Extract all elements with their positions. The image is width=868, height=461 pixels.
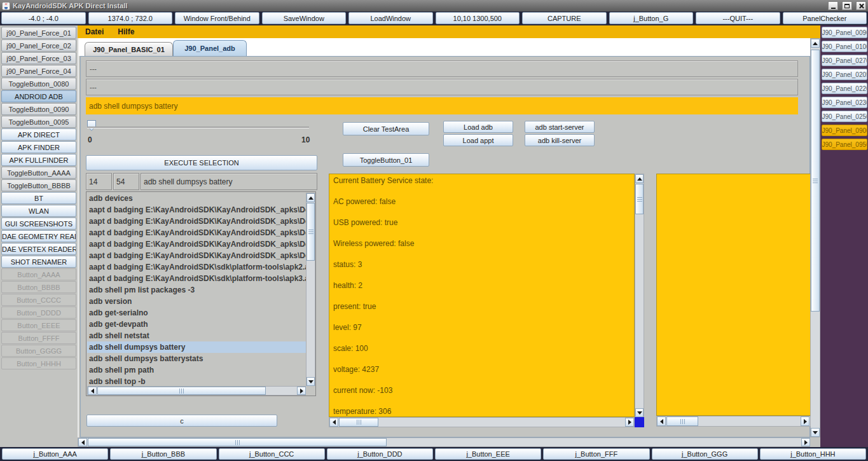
left-sidebar-button[interactable]: Button_CCCC	[1, 294, 76, 306]
left-sidebar-button[interactable]: ToggleButton_BBBB	[1, 179, 76, 191]
left-sidebar-button[interactable]: ANDROID ADB	[1, 90, 76, 102]
left-sidebar-button[interactable]: Button_AAAA	[1, 268, 76, 280]
scroll-right-button[interactable]	[297, 387, 306, 395]
tab-j90-panel-adb[interactable]: J90_Panel_adb	[173, 40, 247, 56]
scrollbar-thumb[interactable]	[635, 184, 644, 214]
scroll-left-button[interactable]	[657, 416, 666, 426]
command-list-item[interactable]: aapt d badging E:\KayAndroidSDK\KayAndro…	[87, 216, 306, 227]
left-sidebar-button[interactable]: APK DIRECT	[1, 128, 76, 141]
load-adb-button[interactable]: Load adb	[443, 121, 513, 133]
left-sidebar-button[interactable]: ToggleButton_0090	[1, 103, 76, 115]
command-list-item[interactable]: adb devices	[87, 193, 306, 204]
command-banner-field[interactable]: adb shell dumpsys battery	[86, 97, 798, 114]
command-list-item[interactable]: aapt d badging E:\KayAndroidSDK\KayAndro…	[87, 227, 306, 238]
menu-item[interactable]: Hilfe	[118, 27, 134, 36]
right-pane-horizontal-scrollbar[interactable]	[656, 416, 811, 427]
left-sidebar-button[interactable]: j90_Panel_Force_04	[1, 65, 76, 77]
left-sidebar-button[interactable]: SHOT RENAMER	[1, 256, 76, 268]
scrollbar-thumb[interactable]	[307, 203, 315, 261]
battery-output-textarea[interactable]: Current Battery Service state:AC powered…	[329, 174, 635, 417]
left-sidebar-button[interactable]: j90_Panel_Force_03	[1, 52, 76, 64]
tab-j90-panel-basic-01[interactable]: J90_Panel_BASIC_01	[85, 42, 173, 56]
scroll-down-button[interactable]	[811, 428, 820, 437]
left-sidebar-button[interactable]: ToggleButton_0080	[1, 78, 76, 90]
scroll-right-button[interactable]	[625, 418, 634, 427]
left-sidebar-button[interactable]: Button_BBBB	[1, 281, 76, 293]
scroll-down-button[interactable]	[307, 377, 315, 386]
left-sidebar-button[interactable]: ToggleButton_0095	[1, 116, 76, 128]
left-sidebar-button[interactable]: Button_FFFF	[1, 332, 76, 344]
main-horizontal-scrollbar[interactable]	[78, 437, 810, 447]
toolbar-button[interactable]: CAPTURE	[522, 12, 607, 24]
status-field-a[interactable]: ---	[86, 60, 798, 77]
selection-command-field[interactable]: adb shell dumpsys battery	[141, 173, 317, 190]
toolbar-button[interactable]: SaveWindow	[262, 12, 347, 24]
scroll-up-button[interactable]	[811, 39, 820, 48]
command-list-horizontal-scrollbar[interactable]	[87, 386, 306, 396]
command-list-item[interactable]: aapt d badging E:\KayAndroidSDK\KayAndro…	[87, 204, 306, 216]
right-sidebar-button[interactable]: J90_Panel_0950	[822, 139, 867, 150]
command-list-item[interactable]: aapt d badging E:\KayAndroidSDK\KayAndro…	[87, 238, 306, 250]
left-sidebar-button[interactable]: Button_HHHH	[1, 357, 76, 369]
toolbar-button[interactable]: 1374.0 ; 732.0	[88, 12, 173, 24]
left-sidebar-button[interactable]: j90_Panel_Force_02	[1, 39, 76, 52]
left-sidebar-button[interactable]: APK FINDER	[1, 141, 76, 153]
command-list-item[interactable]: adb shell pm path	[87, 364, 306, 376]
battery-vertical-scrollbar[interactable]	[635, 174, 644, 417]
scroll-right-button[interactable]	[801, 438, 810, 446]
right-sidebar-button[interactable]: J90_Panel_0090	[822, 27, 867, 38]
c-button[interactable]: c	[86, 415, 277, 427]
command-list-item[interactable]: adb get-serialno	[87, 307, 306, 319]
main-vertical-scrollbar[interactable]	[810, 38, 820, 437]
scroll-left-button[interactable]	[88, 387, 97, 395]
left-sidebar-button[interactable]: DAE GEOMETRY READER	[1, 230, 76, 242]
scroll-left-button[interactable]	[329, 418, 338, 427]
toolbar-button[interactable]: 10,10 1300,500	[436, 12, 520, 24]
battery-horizontal-scrollbar[interactable]	[329, 417, 635, 427]
selection-row-field[interactable]: 54	[113, 173, 139, 190]
left-sidebar-button[interactable]: Button_DDDD	[1, 306, 76, 319]
bottom-bar-button[interactable]: j_Button_AAA	[2, 448, 108, 460]
slider-track[interactable]	[87, 127, 309, 128]
command-list-item[interactable]: adb shell dumpsys battery	[87, 341, 306, 353]
right-sidebar-button[interactable]: J90_Panel_0270	[822, 55, 867, 66]
bottom-bar-button[interactable]: j_Button_HHH	[760, 448, 866, 460]
close-button[interactable]	[856, 1, 866, 10]
toolbar-button[interactable]: -4.0 ; -4.0	[1, 12, 86, 24]
minimize-button[interactable]	[828, 1, 838, 10]
toolbar-button[interactable]: Window Front/Behind	[175, 12, 259, 24]
toggle-button-01[interactable]: ToggleButton_01	[343, 153, 429, 167]
left-sidebar-button[interactable]: WLAN	[1, 205, 76, 217]
command-list-item[interactable]: aapt d badging E:\KayAndroidSDK\sdk\plat…	[87, 261, 306, 273]
command-list-item[interactable]: adb shell dumpsys batterystats	[87, 353, 306, 364]
bottom-bar-button[interactable]: j_Button_CCC	[219, 448, 325, 460]
selection-col-field[interactable]: 14	[86, 173, 112, 190]
command-list-item[interactable]: aapt d badging E:\KayAndroidSDK\sdk\plat…	[87, 273, 306, 284]
bottom-bar-button[interactable]: j_Button_BBB	[110, 448, 216, 460]
status-field-b[interactable]: ---	[86, 79, 798, 95]
left-sidebar-button[interactable]: Button_GGGG	[1, 345, 76, 357]
command-list-item[interactable]: adb version	[87, 296, 306, 307]
slider-thumb[interactable]	[87, 120, 96, 131]
clear-testarea-button[interactable]: Clear TestArea	[343, 122, 429, 135]
right-sidebar-button[interactable]: J90_Panel_0205	[822, 69, 867, 80]
left-sidebar-button[interactable]: DAE VERTEX READER	[1, 243, 76, 255]
right-sidebar-button[interactable]: J90_Panel_0250	[822, 111, 867, 122]
adb-start-server-button[interactable]: adb start-server	[525, 121, 595, 133]
menu-item[interactable]: Datei	[85, 27, 104, 36]
left-sidebar-button[interactable]: APK FULLFINDER	[1, 154, 76, 166]
scrollbar-thumb[interactable]	[88, 438, 387, 446]
right-sidebar-button[interactable]: J90_Panel_0220	[822, 83, 867, 94]
maximize-button[interactable]	[842, 1, 852, 10]
right-sidebar-button[interactable]: J90_Panel_0230	[822, 97, 867, 108]
command-list-item[interactable]: adb shell pm list packages -3	[87, 284, 306, 296]
left-sidebar-button[interactable]: ToggleButton_AAAA	[1, 167, 76, 179]
execute-selection-button[interactable]: EXECUTE SELECTION	[86, 155, 317, 170]
left-sidebar-button[interactable]: GUI SCREENSHOTS	[1, 217, 76, 230]
bottom-bar-button[interactable]: j_Button_DDD	[327, 448, 433, 460]
adb-kill-server-button[interactable]: adb kill-server	[525, 134, 595, 146]
command-list-vertical-scrollbar[interactable]	[306, 193, 315, 386]
scroll-right-button[interactable]	[801, 416, 809, 426]
right-output-textarea[interactable]	[656, 174, 811, 416]
scroll-up-button[interactable]	[307, 193, 315, 202]
